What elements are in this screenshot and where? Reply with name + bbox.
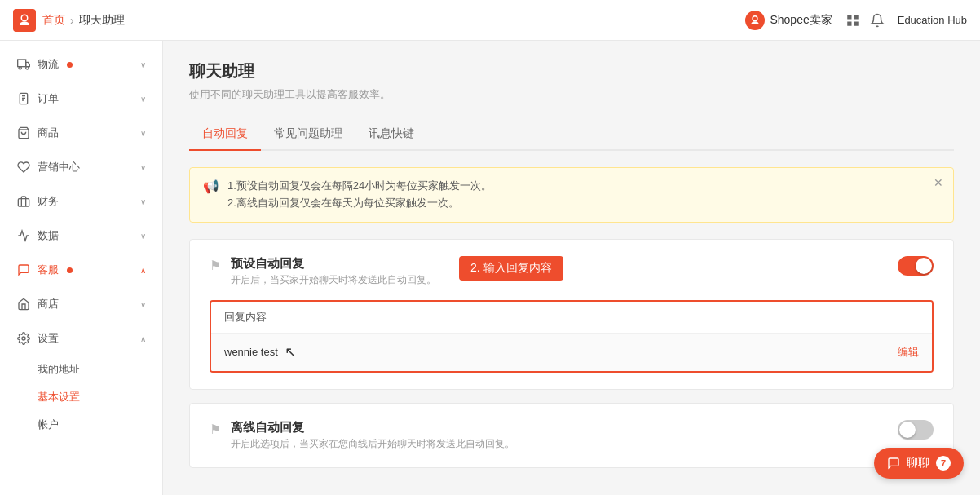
offline-title-group: 离线自动回复 开启此选项后，当买家在您商线后开始聊天时将发送此自动回复。 [231, 420, 514, 451]
sidebar-item-yingxiao[interactable]: 营销中心 ∨ [0, 150, 162, 184]
sidebar-item-dingdan[interactable]: 订单 ∨ [0, 82, 162, 116]
content-text-group: wennie test ↖ [224, 343, 297, 361]
page-subtitle: 使用不同的聊天助理工具以提高客服效率。 [189, 87, 954, 102]
svg-rect-4 [847, 21, 851, 25]
sidebar-label-shuju: 数据 [38, 228, 59, 243]
chevron-shangdian: ∨ [140, 300, 146, 309]
tab-auto-reply[interactable]: 自动回复 [189, 118, 261, 151]
offline-toggle-thumb [899, 422, 916, 438]
offline-section: ⚑ 离线自动回复 开启此选项后，当买家在您商线后开始聊天时将发送此自动回复。 [189, 403, 954, 468]
sidebar-item-kefu[interactable]: 客服 ∧ [0, 253, 162, 287]
svg-point-7 [19, 67, 21, 69]
tab-quick-msg[interactable]: 讯息快键 [355, 118, 427, 151]
wuliu-dot [67, 62, 73, 68]
notification-icon[interactable] [870, 13, 885, 28]
sub-item-account[interactable]: 帐户 [38, 411, 162, 439]
layout: 物流 ∨ 订单 ∨ 商品 ∨ [0, 41, 980, 495]
header-left: 首页 › 聊天助理 [13, 9, 125, 32]
sidebar-item-caiwu[interactable]: 财务 ∨ [0, 184, 162, 219]
chat-button-label: 聊聊 [907, 456, 929, 471]
offline-toggle[interactable] [898, 420, 934, 440]
kefu-dot [67, 267, 73, 273]
tabs-container: 自动回复 常见问题助理 讯息快键 [189, 118, 954, 151]
header-right: Shopee卖家 Education Hub [745, 11, 967, 30]
breadcrumb-sep: › [70, 14, 74, 27]
svg-rect-3 [854, 15, 858, 19]
svg-point-15 [22, 337, 25, 340]
header: 首页 › 聊天助理 Shopee卖家 Education Hub [0, 0, 980, 41]
edit-button[interactable]: 编辑 [898, 345, 919, 360]
sidebar-label-yingxiao: 营销中心 [38, 160, 80, 175]
shangpin-icon [16, 126, 31, 140]
chevron-dingdan: ∨ [140, 95, 146, 104]
shangdian-icon [16, 297, 31, 312]
grid-icon[interactable] [845, 13, 860, 28]
sidebar-label-wuliu: 物流 [38, 57, 59, 72]
sidebar-label-shangpin: 商品 [38, 126, 59, 140]
cursor-arrow-icon: ↖ [285, 343, 297, 361]
sub-item-basic-settings[interactable]: 基本设置 [38, 383, 162, 411]
kefu-icon [16, 263, 31, 277]
shuju-icon [16, 228, 31, 243]
sidebar-label-shezhi: 设置 [38, 331, 59, 346]
shopee-brand-logo [745, 11, 765, 30]
chevron-kefu: ∧ [140, 266, 146, 275]
svg-rect-2 [847, 15, 851, 19]
sidebar-label-kefu: 客服 [38, 263, 59, 277]
shopee-brand: Shopee卖家 [745, 11, 832, 30]
chevron-shangpin: ∨ [140, 129, 146, 138]
current-page-label: 聊天助理 [79, 13, 125, 28]
caiwu-icon [16, 194, 31, 209]
preset-section: ⚑ 预设自动回复 开启后，当买家开始聊天时将发送此自动回复。 2. 输入回复内容… [189, 239, 954, 390]
shezhi-icon [16, 331, 31, 346]
sidebar-item-shuju[interactable]: 数据 ∨ [0, 219, 162, 253]
svg-rect-6 [18, 60, 26, 67]
content-box: 回复内容 wennie test ↖ 编辑 [210, 300, 934, 373]
chevron-shuju: ∨ [140, 232, 146, 241]
svg-point-0 [21, 15, 28, 21]
svg-point-8 [26, 67, 29, 69]
notice-line1: 1.预设自动回复仅会在每隔24小时为每位买家触发一次。 [227, 178, 492, 195]
home-link[interactable]: 首页 [42, 13, 65, 28]
sidebar-item-shangdian[interactable]: 商店 ∨ [0, 287, 162, 321]
sub-item-my-address[interactable]: 我的地址 [38, 356, 162, 383]
svg-point-1 [753, 15, 758, 20]
notice-box: 📢 1.预设自动回复仅会在每隔24小时为每位买家触发一次。 2.离线自动回复仅会… [189, 167, 954, 223]
offline-flag-icon: ⚑ [210, 422, 221, 437]
settings-submenu: 我的地址 基本设置 帐户 [0, 356, 162, 439]
notice-close-button[interactable]: ✕ [934, 176, 943, 189]
chat-badge: 7 [936, 456, 951, 471]
svg-rect-14 [18, 199, 29, 206]
offline-title: 离线自动回复 [231, 420, 514, 435]
sidebar-label-caiwu: 财务 [38, 194, 59, 209]
notice-line2: 2.离线自动回复仅会在每天为每位买家触发一次。 [227, 195, 492, 212]
wuliu-icon [16, 57, 31, 72]
content-text: wennie test [224, 346, 278, 358]
main-content: 聊天助理 使用不同的聊天助理工具以提高客服效率。 自动回复 常见问题助理 讯息快… [163, 41, 980, 495]
sidebar-item-wuliu[interactable]: 物流 ∨ [0, 47, 162, 82]
preset-flag-icon: ⚑ [210, 258, 221, 273]
preset-toggle-thumb [916, 258, 932, 274]
notice-icon: 📢 [203, 179, 219, 194]
education-hub-label[interactable]: Education Hub [898, 14, 967, 26]
tab-faq[interactable]: 常见问题助理 [261, 118, 355, 151]
notice-content: 1.预设自动回复仅会在每隔24小时为每位买家触发一次。 2.离线自动回复仅会在每… [227, 178, 492, 212]
step-badge: 2. 输入回复内容 [459, 256, 563, 281]
yingxiao-icon [16, 160, 31, 175]
svg-rect-5 [854, 21, 858, 25]
offline-desc: 开启此选项后，当买家在您商线后开始聊天时将发送此自动回复。 [231, 437, 514, 451]
dingdan-icon [16, 91, 31, 106]
chevron-caiwu: ∨ [140, 197, 146, 206]
preset-title-group: 预设自动回复 开启后，当买家开始聊天时将发送此自动回复。 [231, 256, 436, 287]
sidebar-item-shezhi[interactable]: 设置 ∧ [0, 321, 162, 356]
preset-title: 预设自动回复 [231, 256, 436, 272]
preset-desc: 开启后，当买家开始聊天时将发送此自动回复。 [231, 273, 436, 287]
sidebar-item-shangpin[interactable]: 商品 ∨ [0, 116, 162, 150]
content-box-header: 回复内容 [211, 302, 932, 334]
preset-toggle[interactable] [898, 256, 934, 276]
header-icons [845, 13, 885, 28]
sidebar-label-shangdian: 商店 [38, 297, 59, 312]
content-row: wennie test ↖ 编辑 [211, 334, 932, 371]
chat-button[interactable]: 聊聊 7 [874, 448, 964, 479]
chevron-yingxiao: ∨ [140, 163, 146, 172]
